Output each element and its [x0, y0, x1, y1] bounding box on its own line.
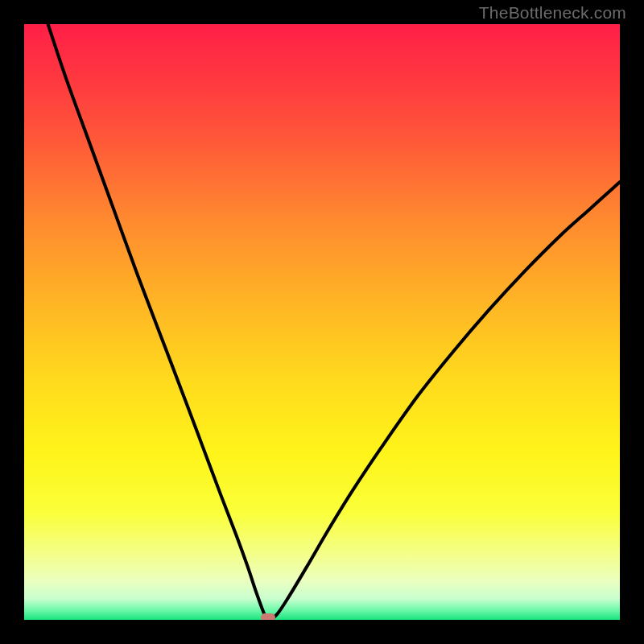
svg-rect-0 [24, 24, 620, 620]
watermark-text: TheBottleneck.com [479, 3, 626, 23]
background-gradient [24, 24, 620, 620]
chart-frame: TheBottleneck.com [0, 0, 644, 644]
minimum-marker [261, 613, 275, 620]
plot-area [24, 24, 620, 620]
